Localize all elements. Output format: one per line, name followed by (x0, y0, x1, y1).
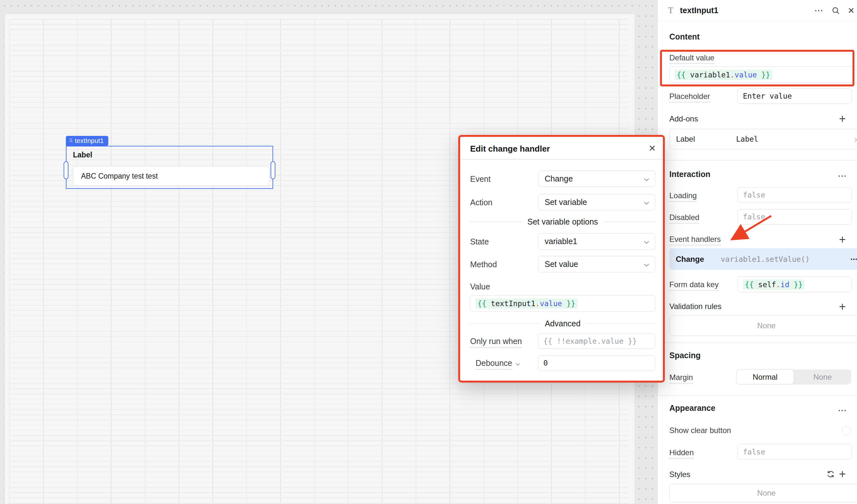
margin-segmented-control[interactable]: Normal None (736, 369, 851, 384)
handler-event: Change (676, 255, 704, 264)
edit-change-handler-modal: Edit change handler ✕ Event Change Actio… (460, 137, 663, 381)
chevron-down-icon (644, 197, 650, 207)
loading-input[interactable]: false (738, 187, 852, 203)
drag-handle-icon: ⠿ (69, 138, 73, 143)
content-section-heading: Content (669, 32, 700, 41)
addon-value: Label (736, 135, 758, 143)
validation-empty-state: None (669, 315, 857, 336)
styles-empty-state: None (669, 484, 857, 502)
chevron-down-icon (644, 260, 650, 269)
hidden-label: Hidden (669, 448, 694, 457)
event-select[interactable]: Change (538, 171, 656, 187)
event-handler-row-change[interactable]: Change variable1.setValue() ••• (669, 248, 857, 270)
state-value: variable1 (545, 237, 577, 246)
resize-handle-left[interactable] (64, 161, 68, 179)
advanced-title: Advanced (545, 319, 580, 328)
spacing-section-heading: Spacing (669, 351, 701, 360)
styles-heading: Styles (669, 470, 690, 479)
show-clear-button-checkbox[interactable] (842, 427, 851, 435)
inspector-header: T textInput1 ⋯ ✕ (658, 0, 857, 21)
modal-header-divider (460, 159, 663, 160)
action-value: Set variable (545, 197, 587, 207)
addon-label-row[interactable]: Label Label › (669, 129, 857, 150)
text-input-type-icon: T (668, 5, 673, 15)
interaction-section-heading: Interaction (669, 170, 710, 179)
state-select[interactable]: variable1 (538, 233, 656, 249)
margin-option-none[interactable]: None (794, 369, 851, 384)
add-event-handler-button[interactable]: + (839, 234, 846, 245)
validation-empty-text: None (757, 321, 775, 330)
disabled-value: false (743, 213, 765, 221)
selected-component-textinput1[interactable]: Label ABC Company test test (66, 146, 273, 189)
loading-value: false (743, 191, 765, 199)
chevron-down-icon (644, 237, 650, 246)
handler-code: variable1.setValue() (721, 255, 810, 263)
hidden-input[interactable]: false (738, 444, 852, 460)
section-divider (658, 395, 857, 396)
action-label: Action (470, 198, 492, 207)
handler-menu-icon[interactable]: ••• (851, 256, 857, 262)
chevron-right-icon: › (854, 134, 857, 144)
disabled-label: Disabled (669, 213, 699, 222)
section-divider (658, 343, 857, 343)
appearance-section-heading: Appearance (669, 403, 715, 413)
value-code: {{ textInput1.value }} (475, 298, 577, 309)
textinput-field[interactable]: ABC Company test test (73, 167, 270, 186)
debounce-label: Debounce (475, 359, 520, 370)
set-variable-options-divider: Set variable options (470, 217, 655, 226)
styles-empty-text: None (757, 489, 775, 498)
default-value-input[interactable]: {{ variable1.value }} (669, 67, 857, 83)
modal-title: Edit change handler (470, 144, 550, 154)
add-addon-button[interactable]: + (839, 113, 846, 125)
section-divider (658, 160, 857, 161)
textinput-label: Label (73, 151, 92, 159)
addon-name: Label (676, 135, 695, 143)
margin-option-normal[interactable]: Normal (736, 369, 794, 384)
placeholder-value: Enter value (743, 92, 792, 100)
search-icon[interactable] (829, 0, 842, 21)
appearance-more-icon[interactable]: ⋯ (838, 409, 847, 412)
method-select[interactable]: Set value (538, 256, 656, 273)
debounce-input[interactable]: 0 (538, 355, 656, 371)
only-run-when-placeholder: {{ !!example.value }} (543, 337, 637, 345)
component-tag[interactable]: ⠿ textInput1 (66, 136, 108, 146)
form-data-key-input[interactable]: {{ self.id }} (738, 277, 852, 292)
reset-styles-icon[interactable] (826, 470, 835, 480)
resize-handle-right[interactable] (271, 161, 275, 179)
value-input[interactable]: {{ textInput1.value }} (470, 295, 656, 312)
inspector-title: textInput1 (680, 6, 718, 15)
value-label: Value (470, 282, 490, 291)
state-label: State (470, 237, 489, 246)
annotation-box-modal: Edit change handler ✕ Event Change Actio… (458, 135, 665, 383)
addons-heading: Add-ons (669, 114, 698, 123)
show-clear-button-label: Show clear button (669, 426, 731, 435)
advanced-divider: Advanced (470, 319, 655, 328)
placeholder-label: Placeholder (669, 92, 710, 101)
interaction-more-icon[interactable]: ⋯ (838, 174, 847, 178)
placeholder-input[interactable]: Enter value (738, 88, 852, 104)
chevron-down-icon (644, 174, 650, 184)
default-value-code: {{ variable1.value }} (675, 70, 772, 80)
textinput-value: ABC Company test test (81, 172, 158, 180)
form-data-key-label: Form data key (669, 280, 719, 289)
add-style-button[interactable]: + (839, 468, 846, 480)
margin-label: Margin (669, 373, 693, 382)
method-label: Method (470, 260, 497, 269)
loading-label: Loading (669, 191, 697, 200)
debounce-value: 0 (543, 359, 548, 367)
only-run-when-input[interactable]: {{ !!example.value }} (538, 333, 656, 349)
add-validation-rule-button[interactable]: + (839, 301, 846, 313)
chevron-down-icon[interactable] (516, 363, 520, 366)
disabled-input[interactable]: false (738, 209, 852, 225)
modal-close-icon[interactable]: ✕ (649, 143, 656, 154)
hidden-value: false (743, 448, 765, 456)
only-run-when-label: Only run when (470, 337, 522, 346)
form-data-key-code: {{ self.id }} (743, 279, 805, 290)
component-tag-label: textInput1 (75, 137, 104, 144)
event-handlers-label: Event handlers (669, 235, 721, 244)
set-variable-options-title: Set variable options (527, 217, 598, 226)
event-label: Event (470, 174, 491, 184)
more-menu-icon[interactable]: ⋯ (813, 0, 825, 21)
action-select[interactable]: Set variable (538, 194, 656, 210)
close-icon[interactable]: ✕ (845, 0, 857, 21)
